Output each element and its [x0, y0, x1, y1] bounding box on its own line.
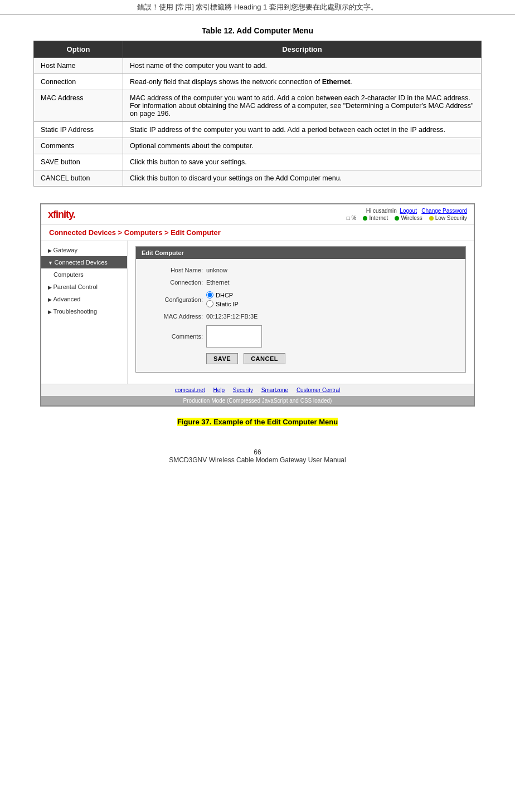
table-cell-option: Comments [34, 138, 123, 154]
label-mac: MAC Address: [142, 313, 203, 320]
security-dot [429, 216, 434, 221]
figure-caption: Figure 37. Example of the Edit Computer … [33, 418, 482, 426]
sidebar-item-computers[interactable]: Computers [41, 268, 127, 281]
radio-dhcp[interactable]: DHCP [206, 291, 239, 299]
table-row: CANCEL buttonClick this button to discar… [34, 170, 482, 187]
wireless-status: Wireless [395, 215, 422, 221]
logo-text: xfinity. [48, 209, 75, 220]
figure-caption-text: Figure 37. Example of the Edit Computer … [177, 418, 338, 426]
footer-security[interactable]: Security [233, 387, 253, 393]
table-cell-description: Optional comments about the computer. [123, 138, 482, 154]
footer-production-bar: Production Mode (Compressed JavaScript a… [41, 396, 474, 405]
table-row: MAC AddressMAC address of the computer y… [34, 90, 482, 122]
table-row: ConnectionRead-only field that displays … [34, 74, 482, 90]
cancel-button[interactable]: CANCEL [244, 353, 285, 364]
sidebar-item-troubleshooting[interactable]: Troubleshooting [41, 305, 127, 317]
table-cell-description: Host name of the computer you want to ad… [123, 58, 482, 74]
table-cell-option: MAC Address [34, 90, 123, 122]
security-label: Low Security [435, 215, 467, 221]
save-button[interactable]: SAVE [206, 353, 238, 364]
form-row-comments: Comments: [142, 325, 460, 348]
page-footer: 66 SMCD3GNV Wireless Cable Modem Gateway… [33, 448, 482, 464]
value-mac: 00:12:3F:12:FB:3E [206, 313, 258, 320]
topbar-right: Hi cusadmin Logout Change Password □ % I… [347, 208, 467, 221]
radio-dhcp-input[interactable] [206, 291, 213, 299]
footer-help[interactable]: Help [213, 387, 225, 393]
breadcrumb: Connected Devices > Computers > Edit Com… [41, 225, 474, 241]
router-topbar: xfinity. Hi cusadmin Logout Change Passw… [41, 204, 474, 225]
label-configuration: Configuration: [142, 296, 203, 303]
table-cell-option: CANCEL button [34, 170, 123, 187]
wireless-dot [395, 216, 399, 221]
internet-dot [363, 216, 367, 221]
sidebar: Gateway Connected Devices Computers Pare… [41, 241, 128, 384]
radio-static-label: Static IP [216, 301, 239, 307]
hi-user: Hi cusadmin [366, 208, 397, 214]
table-cell-option: Host Name [34, 58, 123, 74]
status-percent: □ % [347, 215, 357, 221]
error-text: 錯誤！使用 [常用] 索引標籤將 Heading 1 套用到您想要在此處顯示的文… [137, 3, 378, 11]
radio-static-ip[interactable]: Static IP [206, 300, 239, 307]
table-title: Table 12. Add Computer Menu [33, 26, 482, 35]
table-cell-description: Static IP address of the computer you wa… [123, 122, 482, 138]
table-row: Static IP AddressStatic IP address of th… [34, 122, 482, 138]
internet-label: Internet [369, 215, 388, 221]
document-title: SMCD3GNV Wireless Cable Modem Gateway Us… [33, 456, 482, 464]
col-option: Option [34, 41, 123, 58]
page-content: Table 12. Add Computer Menu Option Descr… [0, 15, 515, 475]
footer-comcast[interactable]: comcast.net [175, 387, 205, 393]
router-ui: xfinity. Hi cusadmin Logout Change Passw… [41, 204, 474, 405]
table-cell-option: Static IP Address [34, 122, 123, 138]
radio-dhcp-label: DHCP [216, 292, 233, 299]
status-bar: □ % Internet Wireless Low [347, 215, 467, 221]
config-radio-group: DHCP Static IP [206, 291, 239, 307]
table-cell-description: Read-only field that displays shows the … [123, 74, 482, 90]
table-cell-description: Click this button to discard your settin… [123, 170, 482, 187]
comments-textarea[interactable] [206, 325, 262, 348]
screenshot-frame: xfinity. Hi cusadmin Logout Change Passw… [40, 203, 475, 407]
error-bar: 錯誤！使用 [常用] 索引標籤將 Heading 1 套用到您想要在此處顯示的文… [0, 0, 515, 15]
router-main: Edit Computer Host Name: unknow Connecti… [128, 241, 474, 384]
page-number: 66 [33, 448, 482, 456]
router-footer: comcast.net Help Security Smartzone Cust… [41, 384, 474, 396]
table-cell-option: Connection [34, 74, 123, 90]
form-row-mac: MAC Address: 00:12:3F:12:FB:3E [142, 313, 460, 320]
form-row-configuration: Configuration: DHCP Static I [142, 291, 460, 307]
edit-panel-title: Edit Computer [136, 247, 465, 259]
table-row: CommentsOptional comments about the comp… [34, 138, 482, 154]
table-cell-option: SAVE button [34, 154, 123, 170]
table-row: Host NameHost name of the computer you w… [34, 58, 482, 74]
sidebar-item-parental-control[interactable]: Parental Control [41, 281, 127, 293]
label-hostname: Host Name: [142, 267, 203, 273]
change-password-link[interactable]: Change Password [421, 208, 467, 214]
label-connection: Connection: [142, 279, 203, 286]
logout-link[interactable]: Logout [400, 208, 417, 214]
form-row-connection: Connection: Ethernet [142, 279, 460, 286]
screenshot-wrapper: xfinity. Hi cusadmin Logout Change Passw… [33, 203, 482, 407]
sidebar-item-advanced[interactable]: Advanced [41, 293, 127, 305]
form-row-hostname: Host Name: unknow [142, 267, 460, 273]
sidebar-item-connected-devices[interactable]: Connected Devices [41, 256, 127, 268]
router-logo: xfinity. [48, 209, 75, 221]
table-cell-description: Click this button to save your settings. [123, 154, 482, 170]
footer-customer-central[interactable]: Customer Central [297, 387, 340, 393]
edit-panel: Edit Computer Host Name: unknow Connecti… [135, 246, 466, 373]
col-description: Description [123, 41, 482, 58]
table-row: SAVE buttonClick this button to save you… [34, 154, 482, 170]
production-mode-text: Production Mode (Compressed JavaScript a… [183, 398, 332, 404]
table-cell-description: MAC address of the computer you want to … [123, 90, 482, 122]
breadcrumb-text: Connected Devices > Computers > Edit Com… [49, 228, 221, 237]
wireless-label: Wireless [401, 215, 422, 221]
value-connection: Ethernet [206, 279, 230, 286]
user-info: Hi cusadmin Logout Change Password [347, 208, 467, 214]
radio-static-input[interactable] [206, 300, 213, 307]
sidebar-item-gateway[interactable]: Gateway [41, 244, 127, 256]
form-buttons: SAVE CANCEL [142, 353, 460, 364]
internet-status: Internet [363, 215, 388, 221]
value-hostname: unknow [206, 267, 227, 273]
footer-smartzone[interactable]: Smartzone [261, 387, 288, 393]
edit-panel-body: Host Name: unknow Connection: Ethernet [136, 259, 465, 372]
security-status: Low Security [429, 215, 467, 221]
router-body: Gateway Connected Devices Computers Pare… [41, 241, 474, 384]
add-computer-table: Option Description Host NameHost name of… [33, 41, 482, 187]
